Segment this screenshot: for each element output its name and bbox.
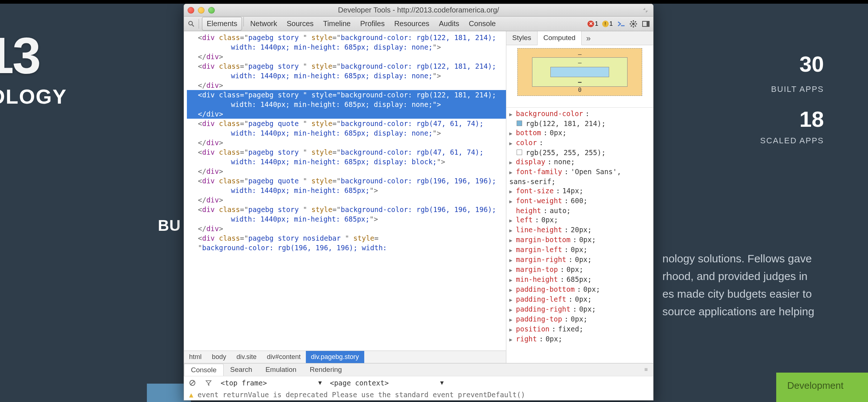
element-node[interactable]: <div class="pagebg story " style="backgr… (187, 90, 506, 109)
element-node[interactable]: <div class="pagebg quote " style="backgr… (187, 119, 506, 138)
breadcrumb-item[interactable]: div.pagebg.story (306, 351, 364, 363)
drawer-tab-console[interactable]: Console (184, 364, 224, 376)
computed-property-row[interactable]: ▶display: none; (509, 157, 650, 167)
computed-property-row[interactable]: ▶line-height: 20px; (509, 225, 650, 235)
sidebar-more-icon[interactable]: » (582, 31, 595, 45)
computed-property-row[interactable]: ▶font-weight: 600; (509, 196, 650, 206)
toolbar-right: ✕ 1 ! 1 (587, 19, 650, 28)
window-title: Developer Tools - http://2013.codeforame… (184, 6, 653, 14)
sidebar-tab-computed[interactable]: Computed (538, 31, 582, 45)
toolbar-tabs: ElementsNetworkSourcesTimelineProfilesRe… (202, 17, 500, 30)
computed-property-row[interactable]: ▶bottom: 0px; (509, 128, 650, 138)
element-node-close[interactable]: </div> (187, 195, 506, 205)
element-node[interactable]: "background-color: rgb(196, 196, 196); w… (187, 243, 506, 252)
breadcrumb-item[interactable]: body (207, 351, 231, 363)
context-selector-value: <page context> (330, 379, 388, 387)
fullscreen-icon[interactable] (641, 6, 650, 14)
computed-property-row[interactable]: ▶right: 0px; (509, 334, 650, 344)
drawer-tab-rendering[interactable]: Rendering (303, 364, 348, 376)
tab-resources[interactable]: Resources (390, 17, 434, 30)
tab-network[interactable]: Network (245, 17, 282, 30)
element-node-close[interactable]: </div> (187, 109, 506, 119)
search-icon[interactable] (187, 19, 196, 28)
tab-elements[interactable]: Elements (202, 17, 242, 30)
element-node-close[interactable]: </div> (187, 80, 506, 90)
bg-label-built-apps: BUILT APPS (771, 85, 824, 94)
error-badge[interactable]: ✕ 1 (587, 20, 598, 28)
background-top-bar (0, 0, 868, 4)
computed-property-row[interactable]: ▶position: fixed; (509, 324, 650, 334)
breadcrumb-item[interactable]: div#content (262, 351, 306, 363)
element-node-close[interactable]: </div> (187, 166, 506, 176)
sidebar-tabs: StylesComputed» (506, 31, 653, 45)
tab-audits[interactable]: Audits (434, 17, 464, 30)
warning-badge[interactable]: ! 1 (602, 20, 613, 28)
computed-property-row[interactable]: ▶left: 0px; (509, 215, 650, 225)
toolbar-separator (243, 17, 244, 26)
tab-timeline[interactable]: Timeline (318, 17, 355, 30)
main-toolbar: ElementsNetworkSourcesTimelineProfilesRe… (184, 17, 653, 31)
computed-property-row[interactable]: ▶padding-right: 0px; (509, 305, 650, 315)
element-node[interactable]: <div class="pagebg story " style="backgr… (187, 205, 506, 224)
toggle-drawer-icon[interactable] (616, 19, 625, 28)
element-node[interactable]: <div class="pagebg story " style="backgr… (187, 33, 506, 52)
svg-line-9 (631, 25, 632, 26)
sidebar-tab-styles[interactable]: Styles (506, 31, 538, 45)
computed-property-row[interactable]: ▶background-color: (509, 109, 650, 119)
computed-property-row[interactable]: ▶font-family: 'Open Sans', (509, 167, 650, 177)
bg-number-18: 18 (799, 107, 824, 132)
element-node-close[interactable]: </div> (187, 52, 506, 61)
main-split: <div class="pagebg story " style="backgr… (184, 31, 653, 363)
drawer-grip-icon[interactable]: ≡ (639, 364, 653, 375)
computed-property-row[interactable]: ▶color: (509, 138, 650, 148)
tab-console[interactable]: Console (464, 17, 500, 30)
element-node[interactable]: <div class="pagebg story " style="backgr… (187, 61, 506, 80)
element-node[interactable]: <div class="pagebg quote " style="backgr… (187, 176, 506, 195)
elements-tree[interactable]: <div class="pagebg story " style="backgr… (184, 31, 506, 351)
svg-line-8 (635, 25, 636, 26)
computed-property-row[interactable]: ▶margin-right: 0px; (509, 255, 650, 265)
breadcrumb-item[interactable]: div.site (231, 351, 262, 363)
computed-property-row[interactable]: height: auto; (509, 206, 650, 215)
element-node[interactable]: <div class="pagebg story " style="backgr… (187, 147, 506, 166)
bg-label-scaled-apps: SCALED APPS (760, 136, 824, 146)
computed-property-row[interactable]: ▶margin-left: 0px; (509, 245, 650, 255)
bg-heading: BU (158, 217, 181, 234)
filter-icon[interactable] (205, 379, 213, 387)
computed-property-row[interactable]: ▶padding-top: 0px; (509, 315, 650, 324)
tab-profiles[interactable]: Profiles (355, 17, 390, 30)
drawer: ConsoleSearchEmulationRendering≡ <top fr… (184, 363, 653, 400)
warning-count: 1 (610, 20, 613, 28)
bg-number-13: 13 (0, 26, 40, 85)
box-model-diagram[interactable]: – – – – 0 (506, 45, 653, 108)
svg-point-0 (189, 21, 192, 25)
frame-selector[interactable]: <top frame> ▼ (221, 379, 322, 387)
drawer-tab-emulation[interactable]: Emulation (259, 364, 303, 376)
console-message: ▲ event returnValue is deprecated Please… (184, 389, 653, 400)
drawer-tab-search[interactable]: Search (224, 364, 259, 376)
frame-selector-value: <top frame> (221, 379, 267, 387)
computed-property-row[interactable]: ▶margin-top: 0px; (509, 265, 650, 275)
computed-properties-list[interactable]: ▶background-color:rgb(122, 181, 214);▶bo… (506, 108, 653, 363)
dock-icon[interactable] (641, 19, 650, 28)
element-node[interactable]: <div class="pagebg story nosidebar " sty… (187, 233, 506, 243)
settings-gear-icon[interactable] (629, 19, 638, 28)
toolbar-separator (199, 19, 199, 29)
computed-property-row[interactable]: ▶font-size: 14px; (509, 186, 650, 196)
computed-property-row[interactable]: ▶margin-bottom: 0px; (509, 235, 650, 245)
computed-property-row[interactable]: ▶min-height: 685px; (509, 275, 650, 285)
element-node-close[interactable]: </div> (187, 138, 506, 147)
console-toolbar: <top frame> ▼ <page context> ▼ (184, 376, 653, 389)
svg-rect-12 (647, 21, 649, 26)
context-selector[interactable]: <page context> ▼ (330, 379, 444, 387)
computed-property-row[interactable]: ▶padding-bottom: 0px; (509, 285, 650, 295)
clear-console-icon[interactable] (188, 379, 196, 387)
warning-icon: ! (602, 21, 609, 27)
computed-property-row[interactable]: ▶padding-left: 0px; (509, 295, 650, 305)
element-node-close[interactable]: </div> (187, 224, 506, 233)
box-model-bottom-value: 0 (578, 86, 582, 93)
svg-line-1 (192, 25, 194, 26)
titlebar[interactable]: Developer Tools - http://2013.codeforame… (184, 4, 653, 17)
tab-sources[interactable]: Sources (282, 17, 318, 30)
breadcrumb-item[interactable]: html (184, 351, 207, 363)
